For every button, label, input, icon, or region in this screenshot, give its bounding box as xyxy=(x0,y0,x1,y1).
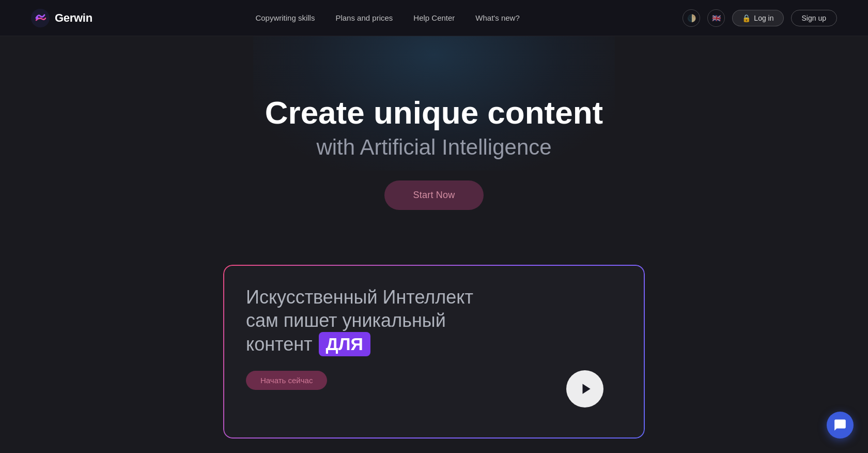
hero-subtitle: with Artificial Intelligence xyxy=(316,135,551,160)
video-card: Искусственный Интеллект сам пишет уникал… xyxy=(222,264,646,440)
logo-link[interactable]: Gerwin xyxy=(31,9,92,27)
language-button[interactable]: 🇬🇧 xyxy=(707,9,725,27)
video-start-button[interactable]: Начать сейчас xyxy=(246,371,327,390)
login-button[interactable]: 🔒 Log in xyxy=(732,10,783,26)
nav-link-plans[interactable]: Plans and prices xyxy=(335,13,393,22)
theme-icon: 🌓 xyxy=(687,14,696,22)
video-text-block: Искусственный Интеллект сам пишет уникал… xyxy=(246,285,622,356)
navbar: Gerwin Copywriting skills Plans and pric… xyxy=(0,0,868,36)
nav-links: Copywriting skills Plans and prices Help… xyxy=(255,13,519,23)
nav-link-new[interactable]: What's new? xyxy=(475,13,519,22)
nav-right: 🌓 🇬🇧 🔒 Log in Sign up xyxy=(683,9,837,27)
video-play-button[interactable] xyxy=(566,370,603,407)
logo-icon xyxy=(31,9,50,27)
video-line-3-prefix: контент xyxy=(246,333,313,356)
hero-title: Create unique content xyxy=(265,95,603,130)
hero-section: Create unique content with Artificial In… xyxy=(0,36,868,253)
svg-marker-2 xyxy=(583,384,591,394)
play-icon xyxy=(579,382,593,396)
signup-button[interactable]: Sign up xyxy=(791,10,837,26)
start-now-button[interactable]: Start Now xyxy=(384,180,484,210)
lock-icon: 🔒 xyxy=(742,14,751,22)
nav-link-copywriting[interactable]: Copywriting skills xyxy=(255,13,315,22)
nav-link-help[interactable]: Help Center xyxy=(413,13,455,22)
video-line-3: контент ДЛЯ xyxy=(246,332,622,356)
video-section: Искусственный Интеллект сам пишет уникал… xyxy=(0,253,868,440)
language-icon: 🇬🇧 xyxy=(712,14,721,22)
video-line-2: сам пишет уникальный xyxy=(246,309,622,332)
logo-text: Gerwin xyxy=(55,11,92,25)
theme-toggle-button[interactable]: 🌓 xyxy=(683,9,700,27)
signup-label: Sign up xyxy=(802,14,826,22)
login-label: Log in xyxy=(754,14,773,22)
video-tag-pill: ДЛЯ xyxy=(319,332,371,356)
svg-point-1 xyxy=(36,17,39,19)
video-line-1: Искусственный Интеллект xyxy=(246,285,622,309)
chat-bubble-button[interactable] xyxy=(827,412,854,439)
chat-icon xyxy=(833,418,847,432)
